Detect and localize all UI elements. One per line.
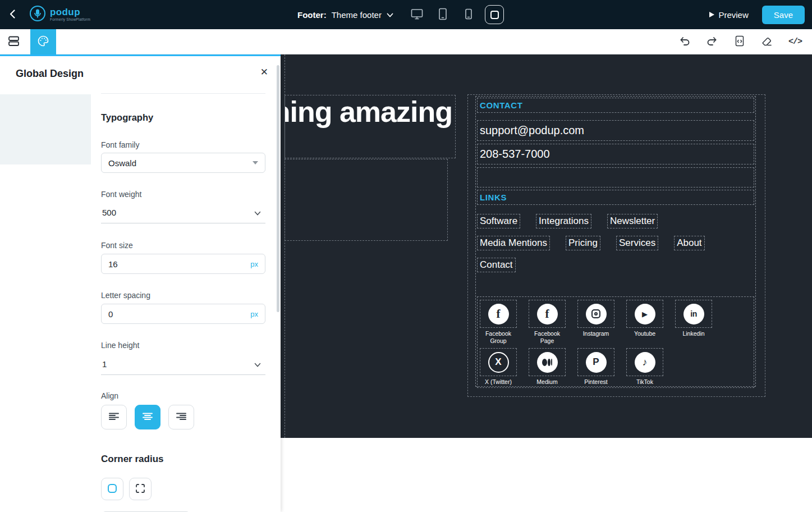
redo-button[interactable] <box>706 35 718 49</box>
tiktok-icon: ♪ <box>635 352 655 373</box>
footer-select-value: Theme footer <box>332 10 382 20</box>
social-icons-block[interactable]: fFacebook GroupfFacebook PageInstagram▶Y… <box>477 296 754 388</box>
file-code-button[interactable] <box>733 35 746 49</box>
email-element[interactable]: support@podup.com <box>477 120 754 141</box>
social-item[interactable]: ♪TikTok <box>625 348 664 386</box>
social-item[interactable]: fFacebook Group <box>479 300 518 345</box>
social-label: Medium <box>527 378 567 386</box>
social-icon-box: ♪ <box>626 348 663 376</box>
font-family-select[interactable]: Oswald <box>101 153 265 173</box>
topbar-actions: Preview Save <box>709 0 805 29</box>
brand-name: podup <box>50 7 90 17</box>
code-icon: </> <box>788 37 802 47</box>
corner-radius-sharp-button[interactable] <box>129 478 152 500</box>
device-desktop-button[interactable] <box>407 5 426 24</box>
corner-brackets-icon <box>135 483 146 496</box>
footer-link[interactable]: Contact <box>477 258 516 272</box>
social-item[interactable]: ▶Youtube <box>625 300 664 345</box>
x-icon: X <box>488 352 509 373</box>
social-item[interactable]: inLinkedin <box>674 300 713 345</box>
eraser-button[interactable] <box>761 35 773 49</box>
empty-element[interactable] <box>285 159 448 241</box>
empty-text-element[interactable] <box>477 167 754 188</box>
pinterest-icon: P <box>586 352 607 373</box>
medium-icon <box>537 352 558 373</box>
palette-icon <box>36 34 50 49</box>
triangle-down-icon <box>253 161 258 164</box>
corner-radius-rounded-button[interactable] <box>101 478 123 500</box>
rounded-square-icon <box>107 483 118 496</box>
align-center-button[interactable] <box>135 405 160 429</box>
layers-icon <box>7 34 21 49</box>
chevron-down-icon <box>254 208 261 217</box>
line-height-value: 1 <box>102 359 107 369</box>
mobile-icon <box>462 7 475 22</box>
footer-link[interactable]: Media Mentions <box>477 236 550 250</box>
social-item[interactable]: Medium <box>527 348 567 386</box>
letter-spacing-input[interactable] <box>108 309 221 319</box>
brand-tagline: Formerly ShowPlatform <box>50 18 90 22</box>
preview-button[interactable]: Preview <box>709 10 748 20</box>
social-item[interactable]: XX (Twitter) <box>479 348 518 386</box>
footer-link[interactable]: Services <box>616 236 658 250</box>
align-center-icon <box>143 413 153 422</box>
code-view-button[interactable]: </> <box>788 37 802 47</box>
letter-spacing-unit: px <box>250 310 258 318</box>
social-label: Instagram <box>576 330 616 337</box>
save-button[interactable]: Save <box>762 6 805 24</box>
font-weight-select[interactable]: 500 <box>101 202 265 223</box>
phone-element[interactable]: 208-537-7000 <box>477 144 754 164</box>
file-code-icon <box>733 35 746 49</box>
preview-label: Preview <box>718 10 748 20</box>
align-left-button[interactable] <box>101 405 127 429</box>
social-label: Linkedin <box>674 330 713 337</box>
panel-scrollbar[interactable] <box>277 65 279 312</box>
social-item[interactable]: fFacebook Page <box>527 300 567 345</box>
linkedin-icon: in <box>683 304 704 324</box>
footer-link[interactable]: Software <box>477 214 520 228</box>
redo-icon <box>706 35 718 49</box>
device-tablet-button[interactable] <box>433 5 452 24</box>
social-icon-box: in <box>675 300 712 328</box>
align-right-button[interactable] <box>168 405 194 429</box>
undo-icon <box>678 35 691 49</box>
footer-link[interactable]: Integrations <box>536 214 591 228</box>
links-heading-element[interactable]: LINKS <box>477 190 754 205</box>
heading-element[interactable]: thing amazing <box>285 95 456 158</box>
line-height-select[interactable]: 1 <box>101 354 265 375</box>
links-heading: LINKS <box>480 193 507 202</box>
device-fullwidth-button[interactable] <box>485 5 504 24</box>
footer-template-select[interactable]: Footer: Theme footer <box>297 0 393 29</box>
social-label: TikTok <box>625 378 664 386</box>
social-label: Pinterest <box>576 378 616 386</box>
font-size-input[interactable] <box>108 259 221 269</box>
footer-link[interactable]: About <box>674 236 704 250</box>
eraser-icon <box>761 35 773 49</box>
footer-links: SoftwareIntegrationsNewsletterMedia Ment… <box>477 212 713 275</box>
footer-link[interactable]: Newsletter <box>607 214 658 228</box>
contact-heading-element[interactable]: CONTACT <box>477 98 754 113</box>
font-family-label: Font family <box>101 140 139 149</box>
social-item[interactable]: PPinterest <box>576 348 616 386</box>
footer-select-label: Footer: <box>297 10 327 20</box>
footer-preview-section[interactable]: thing amazing CONTACT support@podup.com … <box>281 54 812 438</box>
align-label: Align <box>101 391 118 400</box>
footer-column[interactable]: CONTACT support@podup.com 208-537-7000 L… <box>467 94 765 397</box>
panel-section-nav <box>0 94 91 164</box>
design-tab[interactable] <box>30 29 56 54</box>
brand-logo: podup Formerly ShowPlatform <box>29 5 90 24</box>
panel-content: Typography Font family Oswald Font weigh… <box>101 56 265 512</box>
footer-link[interactable]: Pricing <box>566 236 600 250</box>
letter-spacing-label: Letter spacing <box>101 291 150 300</box>
social-label: X (Twitter) <box>479 378 518 386</box>
back-button[interactable] <box>0 0 26 29</box>
divider <box>101 93 265 94</box>
device-mobile-button[interactable] <box>459 5 478 24</box>
pages-tab[interactable] <box>0 29 28 54</box>
corner-radius-buttons <box>101 478 152 500</box>
social-item[interactable]: Instagram <box>576 300 616 345</box>
global-design-panel: Global Design ✕ Typography Font family O… <box>0 54 281 512</box>
undo-button[interactable] <box>678 35 691 49</box>
desktop-icon <box>410 7 424 22</box>
panel-title: Global Design <box>16 68 84 80</box>
